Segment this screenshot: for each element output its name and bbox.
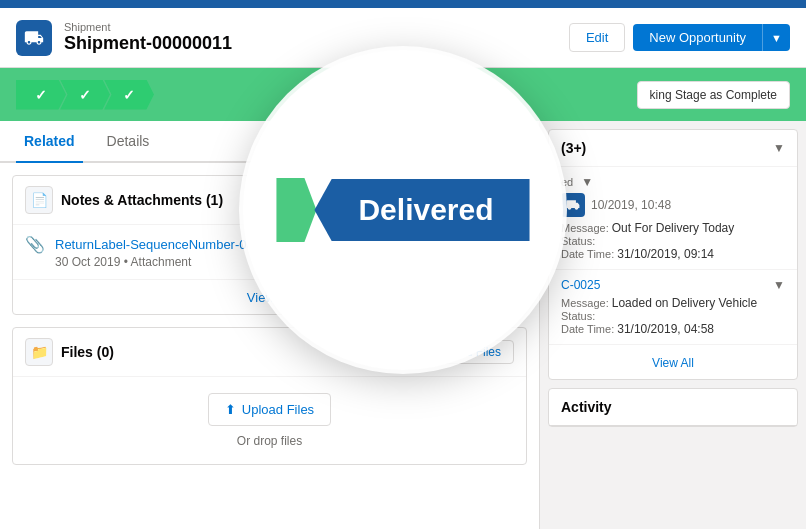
note-meta: 30 Oct 2019 • Attachment (55, 255, 514, 269)
stage-3[interactable]: ✓ (104, 80, 148, 110)
shipment-icon (16, 20, 52, 56)
right-panel: (3+) ▼ ed ▼ 10/2019, 10:48 (540, 121, 806, 529)
files-title: Files (0) (61, 344, 438, 360)
edit-button[interactable]: Edit (569, 23, 625, 52)
tab-details[interactable]: Details (99, 121, 158, 163)
tracking-section: (3+) ▼ ed ▼ 10/2019, 10:48 (548, 129, 798, 380)
note-content: ReturnLabel-SequenceNumber-0001.GIF 30 O… (55, 235, 514, 269)
files-icon: 📁 (25, 338, 53, 366)
new-opportunity-group: New Opportunity ▼ (633, 24, 790, 51)
stage-check-3: ✓ (104, 80, 154, 110)
activity-section: Activity (548, 388, 798, 427)
upload-icon: ⬆ (225, 402, 236, 417)
notes-view-all-link[interactable]: View All (247, 290, 292, 305)
note-item: 📎 ReturnLabel-SequenceNumber-0001.GIF 30… (13, 225, 526, 279)
new-opportunity-button[interactable]: New Opportunity (633, 24, 762, 51)
tracking-title: (3+) (561, 140, 586, 156)
new-opportunity-dropdown[interactable]: ▼ (762, 24, 790, 51)
tracking-view-all[interactable]: View All (549, 345, 797, 379)
tab-related[interactable]: Related (16, 121, 83, 163)
attachment-icon: 📎 (25, 235, 45, 254)
record-title: Shipment-00000011 (64, 33, 569, 54)
stage-2[interactable]: ✓ (60, 80, 104, 110)
header-text: Shipment Shipment-00000011 (64, 21, 569, 54)
note-link[interactable]: ReturnLabel-SequenceNumber-0001.GIF (55, 237, 293, 252)
notes-icon: 📄 (25, 186, 53, 214)
left-panel: Related Details 📄 Notes & Attachments (1… (0, 121, 540, 529)
record-type: Shipment (64, 21, 569, 33)
add-files-button[interactable]: Add Files (438, 340, 514, 364)
tabs: Related Details (0, 121, 539, 163)
notes-title: Notes & Attachments (1) (61, 192, 514, 208)
upload-hint: Or drop files (29, 434, 510, 448)
tracking-section-header: (3+) ▼ (549, 130, 797, 167)
tracking-item-1-expand[interactable]: ▼ (581, 175, 593, 189)
activity-header: Activity (549, 389, 797, 426)
stage-check-2: ✓ (60, 80, 110, 110)
top-bar (0, 0, 806, 8)
files-section: 📁 Files (0) Add Files ⬆ Upload Files Or … (12, 327, 527, 465)
tracking-date-1: 10/2019, 10:48 (591, 198, 671, 212)
files-section-header: 📁 Files (0) Add Files (13, 328, 526, 377)
header: Shipment Shipment-00000011 Edit New Oppo… (0, 8, 806, 68)
header-actions: Edit New Opportunity ▼ (569, 23, 790, 52)
upload-area: ⬆ Upload Files Or drop files (13, 377, 526, 464)
main-content: Related Details 📄 Notes & Attachments (1… (0, 121, 806, 529)
stage-check-1: ✓ (16, 80, 66, 110)
tracking-item-1: ed ▼ 10/2019, 10:48 Message: Out For Del… (549, 167, 797, 270)
stage-1[interactable]: ✓ (16, 80, 60, 110)
notes-section-header: 📄 Notes & Attachments (1) (13, 176, 526, 225)
notes-view-all[interactable]: View All (13, 279, 526, 314)
tracking-item-2: C-0025 ▼ Message: Loaded on Delivery Veh… (549, 270, 797, 345)
tracking-logo-1 (561, 193, 585, 217)
tracking-link-2[interactable]: C-0025 (561, 278, 600, 292)
tracking-view-all-link[interactable]: View All (652, 356, 694, 370)
progress-bar: ✓ ✓ ✓ Delivered king Stage as Complete (0, 68, 806, 121)
tracking-expand-button[interactable]: ▼ (773, 141, 785, 155)
activity-title: Activity (561, 399, 785, 415)
tracking-item-2-expand[interactable]: ▼ (773, 278, 785, 292)
upload-files-button[interactable]: ⬆ Upload Files (208, 393, 331, 426)
notes-section: 📄 Notes & Attachments (1) 📎 ReturnLabel-… (12, 175, 527, 315)
mark-complete-button[interactable]: king Stage as Complete (637, 81, 790, 109)
